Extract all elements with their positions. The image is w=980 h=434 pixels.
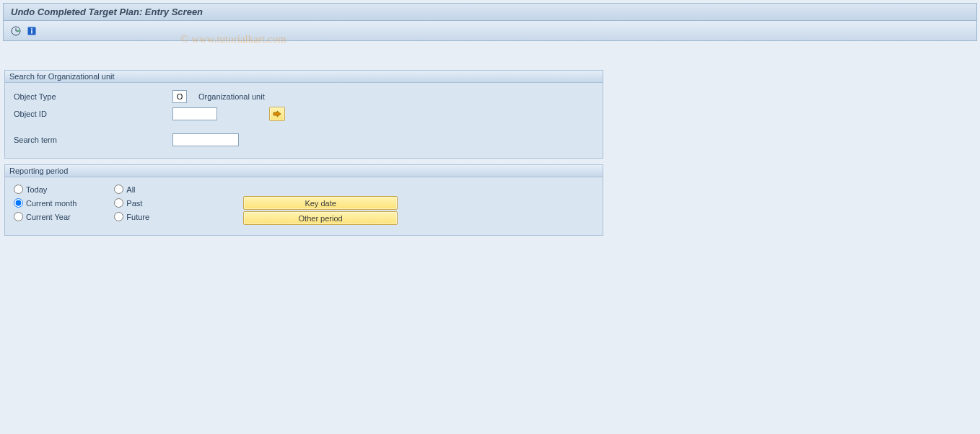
execute-icon[interactable] <box>9 25 22 37</box>
search-groupbox-legend: Search for Organizational unit <box>5 71 603 83</box>
search-term-label: Search term <box>14 136 172 144</box>
radio-current-month-label: Current month <box>26 199 76 208</box>
radio-future[interactable]: Future <box>114 212 149 221</box>
other-period-button-label: Other period <box>299 214 343 223</box>
svg-rect-6 <box>31 30 32 33</box>
object-id-label: Object ID <box>14 110 172 118</box>
application-toolbar <box>3 21 977 41</box>
object-type-label: Object Type <box>14 92 172 101</box>
page-title: Undo Completed Target Plan: Entry Screen <box>11 6 203 17</box>
radio-future-label: Future <box>126 213 149 221</box>
svg-marker-7 <box>274 111 281 117</box>
object-id-input[interactable] <box>172 107 217 120</box>
radio-today-label: Today <box>26 185 47 194</box>
period-radio-col2: All Past Future <box>114 185 149 221</box>
reporting-period-groupbox: Reporting period Today Current month Cur… <box>4 164 603 236</box>
search-term-input[interactable] <box>172 133 239 146</box>
object-type-input[interactable] <box>172 90 187 103</box>
key-date-button[interactable]: Key date <box>243 196 398 210</box>
radio-all[interactable]: All <box>114 185 149 194</box>
svg-rect-5 <box>31 28 32 30</box>
radio-current-year-label: Current Year <box>26 213 71 221</box>
radio-past[interactable]: Past <box>114 198 149 208</box>
radio-current-month[interactable]: Current month <box>14 198 76 208</box>
svg-marker-3 <box>18 30 20 32</box>
next-arrow-button[interactable] <box>269 107 285 121</box>
key-date-button-label: Key date <box>305 199 336 208</box>
other-period-button[interactable]: Other period <box>243 211 398 225</box>
radio-past-label: Past <box>126 199 142 208</box>
radio-current-year[interactable]: Current Year <box>14 212 76 221</box>
radio-today[interactable]: Today <box>14 185 76 194</box>
info-icon[interactable] <box>25 25 38 37</box>
reporting-period-legend: Reporting period <box>5 165 603 177</box>
content-area: Search for Organizational unit Object Ty… <box>0 41 980 246</box>
arrow-right-icon <box>273 110 281 118</box>
radio-all-label: All <box>126 185 135 194</box>
title-bar: Undo Completed Target Plan: Entry Screen <box>3 3 977 21</box>
search-groupbox: Search for Organizational unit Object Ty… <box>4 70 603 159</box>
period-radio-col1: Today Current month Current Year <box>14 185 76 221</box>
object-type-description: Organizational unit <box>198 92 265 101</box>
